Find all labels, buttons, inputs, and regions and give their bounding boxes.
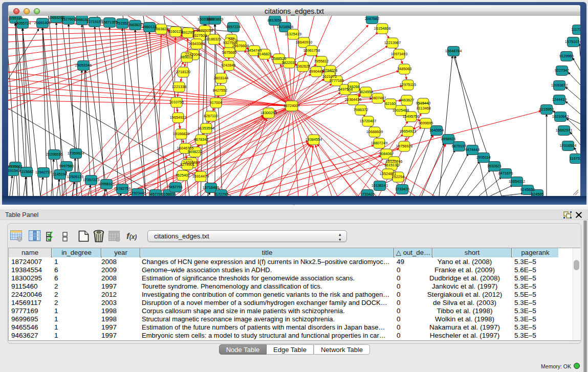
svg-text:9245652: 9245652 [520, 187, 535, 192]
svg-text:2935114: 2935114 [476, 155, 491, 160]
svg-text:1221338: 1221338 [172, 84, 186, 89]
svg-text:2087682: 2087682 [365, 16, 379, 21]
svg-text:7955812: 7955812 [314, 59, 329, 63]
svg-text:17357223: 17357223 [83, 178, 99, 182]
svg-text:9227342: 9227342 [555, 68, 569, 73]
svg-text:7986372: 7986372 [354, 107, 368, 112]
svg-text:19756928: 19756928 [396, 144, 412, 148]
svg-text:9084067: 9084067 [379, 151, 394, 156]
svg-text:20206536: 20206536 [46, 152, 62, 157]
svg-text:917004: 917004 [210, 100, 222, 105]
svg-text:9457791: 9457791 [148, 192, 163, 196]
svg-text:1527602: 1527602 [61, 17, 76, 21]
svg-text:12942737: 12942737 [35, 170, 52, 174]
svg-text:15751074: 15751074 [565, 39, 580, 44]
svg-text:1615132: 1615132 [384, 163, 399, 167]
svg-text:1145194: 1145194 [53, 172, 67, 177]
svg-text:9146821: 9146821 [257, 52, 272, 56]
svg-text:9172793: 9172793 [214, 192, 228, 196]
svg-text:19218506: 19218506 [277, 25, 293, 29]
svg-text:16154808: 16154808 [374, 26, 390, 31]
svg-text:62160: 62160 [385, 101, 396, 106]
svg-text:252254: 252254 [392, 174, 404, 179]
svg-text:16033809: 16033809 [207, 17, 223, 21]
svg-text:19384554: 19384554 [306, 137, 322, 142]
svg-text:5498222: 5498222 [188, 149, 202, 154]
svg-text:58226058: 58226058 [197, 28, 213, 33]
svg-text:1733426: 1733426 [395, 187, 409, 191]
svg-text:7663822: 7663822 [128, 23, 142, 27]
svg-text:16914479: 16914479 [192, 174, 209, 179]
svg-text:1117346: 1117346 [571, 27, 580, 32]
svg-text:10025488: 10025488 [393, 108, 409, 113]
svg-text:15716485: 15716485 [203, 185, 219, 190]
svg-text:116753: 116753 [570, 156, 580, 161]
svg-text:746266: 746266 [347, 84, 360, 89]
svg-text:12975115: 12975115 [400, 82, 416, 87]
svg-text:8678342: 8678342 [194, 137, 208, 142]
svg-text:16671355: 16671355 [101, 20, 118, 25]
svg-text:8471676: 8471676 [498, 171, 513, 176]
svg-text:14055724: 14055724 [14, 21, 31, 26]
svg-text:18300295: 18300295 [260, 111, 277, 115]
svg-text:18807249: 18807249 [371, 141, 387, 145]
svg-text:8427552: 8427552 [213, 88, 227, 93]
svg-text:10807487: 10807487 [369, 96, 386, 100]
svg-text:11353594: 11353594 [198, 126, 214, 130]
svg-text:29676608: 29676608 [232, 43, 249, 48]
svg-text:16782759: 16782759 [114, 186, 130, 191]
svg-text:1640954: 1640954 [429, 128, 444, 133]
svg-text:6879197: 6879197 [452, 144, 466, 148]
svg-text:16543362: 16543362 [188, 41, 205, 46]
svg-text:15692971: 15692971 [556, 128, 572, 133]
svg-text:18724007: 18724007 [284, 103, 300, 108]
svg-text:12505135: 12505135 [67, 174, 83, 179]
svg-text:6794028: 6794028 [323, 68, 337, 73]
svg-text:10973493: 10973493 [391, 52, 407, 56]
svg-text:8990443: 8990443 [309, 69, 323, 74]
svg-text:10654112: 10654112 [509, 179, 525, 184]
svg-text:924565: 924565 [531, 192, 543, 196]
svg-text:7857224: 7857224 [226, 25, 241, 29]
svg-text:12923446: 12923446 [129, 191, 146, 195]
svg-text:10719155: 10719155 [86, 19, 103, 24]
svg-text:10958107: 10958107 [98, 182, 115, 186]
svg-text:1244419: 1244419 [552, 97, 567, 102]
svg-text:9129966: 9129966 [559, 54, 574, 58]
svg-text:18640910: 18640910 [296, 40, 312, 45]
svg-text:8267110: 8267110 [204, 114, 218, 118]
svg-text:9699695: 9699695 [419, 121, 433, 125]
svg-text:19166829: 19166829 [173, 132, 189, 136]
svg-text:19654923: 19654923 [170, 115, 186, 120]
svg-text:751552: 751552 [116, 21, 128, 26]
svg-text:7632621: 7632621 [487, 164, 502, 168]
svg-text:9515440: 9515440 [416, 101, 430, 105]
svg-text:9457791: 9457791 [168, 185, 183, 189]
svg-text:1115682: 1115682 [19, 169, 33, 174]
svg-text:20691406: 20691406 [34, 20, 51, 25]
svg-text:11325419: 11325419 [285, 32, 301, 36]
svg-text:3824554: 3824554 [359, 90, 373, 94]
svg-text:9997586: 9997586 [59, 164, 74, 168]
svg-text:9463627: 9463627 [400, 98, 414, 102]
svg-text:16210643: 16210643 [552, 114, 569, 119]
svg-text:1733426: 1733426 [360, 192, 375, 196]
svg-text:1274901: 1274901 [180, 162, 194, 167]
svg-text:7485063: 7485063 [397, 67, 411, 71]
svg-text:19654923: 19654923 [400, 129, 416, 134]
svg-text:8186323: 8186323 [207, 37, 221, 41]
svg-text:16136141: 16136141 [372, 183, 388, 188]
svg-text:2055724: 2055724 [8, 16, 23, 20]
svg-text:12093872: 12093872 [551, 83, 568, 87]
svg-text:15495756: 15495756 [403, 114, 419, 119]
svg-text:2803144: 2803144 [214, 76, 228, 80]
svg-text:9156031: 9156031 [162, 192, 176, 196]
svg-text:989012: 989012 [181, 55, 193, 59]
svg-text:16961758: 16961758 [303, 48, 320, 53]
svg-text:9777169: 9777169 [330, 78, 344, 83]
svg-text:12213967: 12213967 [384, 40, 401, 45]
svg-text:15720407: 15720407 [360, 119, 376, 123]
svg-text:5822037: 5822037 [282, 60, 296, 65]
svg-text:8215953: 8215953 [539, 107, 554, 112]
svg-text:17016504: 17016504 [560, 143, 576, 148]
